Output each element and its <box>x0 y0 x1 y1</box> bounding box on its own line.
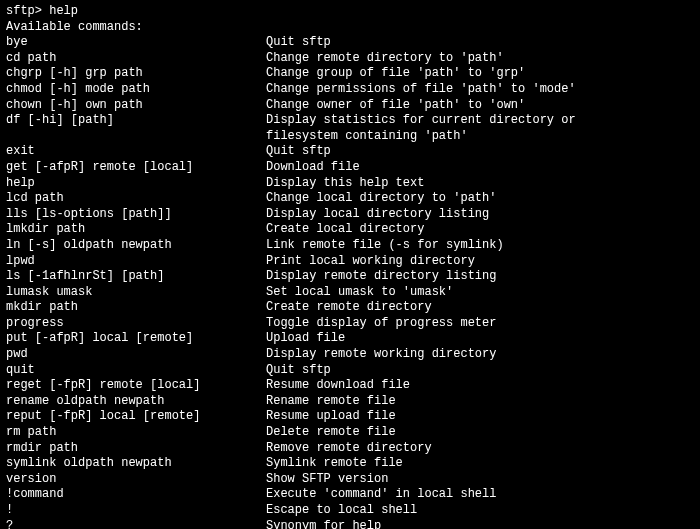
help-row: get [-afpR] remote [local]Download file <box>6 160 694 176</box>
help-desc: Change group of file 'path' to 'grp' <box>266 66 525 82</box>
help-desc: Resume download file <box>266 378 410 394</box>
help-cmd: help <box>6 176 266 192</box>
help-cmd: chgrp [-h] grp path <box>6 66 266 82</box>
help-cmd: put [-afpR] local [remote] <box>6 331 266 347</box>
help-desc: Rename remote file <box>266 394 396 410</box>
help-row: reget [-fpR] remote [local]Resume downlo… <box>6 378 694 394</box>
help-row: chown [-h] own pathChange owner of file … <box>6 98 694 114</box>
help-cmd: reput [-fpR] local [remote] <box>6 409 266 425</box>
help-row: chgrp [-h] grp pathChange group of file … <box>6 66 694 82</box>
help-row: mkdir pathCreate remote directory <box>6 300 694 316</box>
help-desc: Create local directory <box>266 222 424 238</box>
help-desc: Upload file <box>266 331 345 347</box>
help-row: pwdDisplay remote working directory <box>6 347 694 363</box>
help-cmd <box>6 129 266 145</box>
help-cmd: pwd <box>6 347 266 363</box>
help-cmd: chown [-h] own path <box>6 98 266 114</box>
help-desc: Resume upload file <box>266 409 396 425</box>
help-desc: Display this help text <box>266 176 424 192</box>
help-row: chmod [-h] mode pathChange permissions o… <box>6 82 694 98</box>
help-row: helpDisplay this help text <box>6 176 694 192</box>
help-row: lmkdir pathCreate local directory <box>6 222 694 238</box>
help-desc: Display statistics for current directory… <box>266 113 576 129</box>
help-row: put [-afpR] local [remote]Upload file <box>6 331 694 347</box>
help-desc: Show SFTP version <box>266 472 388 488</box>
help-desc: Change permissions of file 'path' to 'mo… <box>266 82 576 98</box>
help-cmd: ln [-s] oldpath newpath <box>6 238 266 254</box>
help-cmd: lmkdir path <box>6 222 266 238</box>
help-row: symlink oldpath newpathSymlink remote fi… <box>6 456 694 472</box>
help-desc: Symlink remote file <box>266 456 403 472</box>
help-cmd: mkdir path <box>6 300 266 316</box>
help-row: ln [-s] oldpath newpathLink remote file … <box>6 238 694 254</box>
help-desc: Remove remote directory <box>266 441 432 457</box>
terminal-output: sftp> helpAvailable commands:byeQuit sft… <box>6 4 694 529</box>
help-cmd: chmod [-h] mode path <box>6 82 266 98</box>
help-row: lls [ls-options [path]]Display local dir… <box>6 207 694 223</box>
available-commands-header: Available commands: <box>6 20 694 36</box>
help-desc: Synonym for help <box>266 519 381 529</box>
help-cmd: lcd path <box>6 191 266 207</box>
prompt-help: sftp> help <box>6 4 694 20</box>
help-desc: Toggle display of progress meter <box>266 316 496 332</box>
help-desc: Delete remote file <box>266 425 396 441</box>
help-cmd: cd path <box>6 51 266 67</box>
help-cmd: lls [ls-options [path]] <box>6 207 266 223</box>
help-cmd: get [-afpR] remote [local] <box>6 160 266 176</box>
help-desc: Display remote working directory <box>266 347 496 363</box>
help-row: ?Synonym for help <box>6 519 694 529</box>
help-row: lumask umaskSet local umask to 'umask' <box>6 285 694 301</box>
help-cmd: bye <box>6 35 266 51</box>
help-desc: Escape to local shell <box>266 503 417 519</box>
help-cmd: version <box>6 472 266 488</box>
help-desc: Change local directory to 'path' <box>266 191 496 207</box>
help-desc: Print local working directory <box>266 254 475 270</box>
help-cmd: df [-hi] [path] <box>6 113 266 129</box>
help-cmd: ls [-1afhlnrSt] [path] <box>6 269 266 285</box>
help-row: versionShow SFTP version <box>6 472 694 488</box>
help-row: cd pathChange remote directory to 'path' <box>6 51 694 67</box>
help-row: quitQuit sftp <box>6 363 694 379</box>
help-row: !Escape to local shell <box>6 503 694 519</box>
help-row: rename oldpath newpathRename remote file <box>6 394 694 410</box>
help-cmd: exit <box>6 144 266 160</box>
help-row: progressToggle display of progress meter <box>6 316 694 332</box>
help-cmd: rmdir path <box>6 441 266 457</box>
help-desc: Change owner of file 'path' to 'own' <box>266 98 525 114</box>
help-desc: Display remote directory listing <box>266 269 496 285</box>
help-cmd: lumask umask <box>6 285 266 301</box>
help-row: df [-hi] [path]Display statistics for cu… <box>6 113 694 129</box>
help-desc: Link remote file (-s for symlink) <box>266 238 504 254</box>
help-row: rm pathDelete remote file <box>6 425 694 441</box>
help-row: reput [-fpR] local [remote]Resume upload… <box>6 409 694 425</box>
help-desc: Display local directory listing <box>266 207 489 223</box>
help-desc: Quit sftp <box>266 35 331 51</box>
help-desc: Change remote directory to 'path' <box>266 51 504 67</box>
help-row: byeQuit sftp <box>6 35 694 51</box>
help-cmd: symlink oldpath newpath <box>6 456 266 472</box>
help-cmd: progress <box>6 316 266 332</box>
help-row: rmdir pathRemove remote directory <box>6 441 694 457</box>
help-cmd: lpwd <box>6 254 266 270</box>
help-row: exitQuit sftp <box>6 144 694 160</box>
help-cmd: rename oldpath newpath <box>6 394 266 410</box>
help-desc: Execute 'command' in local shell <box>266 487 496 503</box>
help-desc: Quit sftp <box>266 144 331 160</box>
help-cmd: ? <box>6 519 266 529</box>
help-row: !commandExecute 'command' in local shell <box>6 487 694 503</box>
help-cmd: quit <box>6 363 266 379</box>
help-row: ls [-1afhlnrSt] [path]Display remote dir… <box>6 269 694 285</box>
help-cmd: reget [-fpR] remote [local] <box>6 378 266 394</box>
help-desc: Quit sftp <box>266 363 331 379</box>
help-desc: Set local umask to 'umask' <box>266 285 453 301</box>
help-row: lpwdPrint local working directory <box>6 254 694 270</box>
help-desc: filesystem containing 'path' <box>266 129 468 145</box>
help-cmd: rm path <box>6 425 266 441</box>
help-row: filesystem containing 'path' <box>6 129 694 145</box>
help-row: lcd pathChange local directory to 'path' <box>6 191 694 207</box>
help-cmd: !command <box>6 487 266 503</box>
help-desc: Create remote directory <box>266 300 432 316</box>
help-desc: Download file <box>266 160 360 176</box>
help-cmd: ! <box>6 503 266 519</box>
